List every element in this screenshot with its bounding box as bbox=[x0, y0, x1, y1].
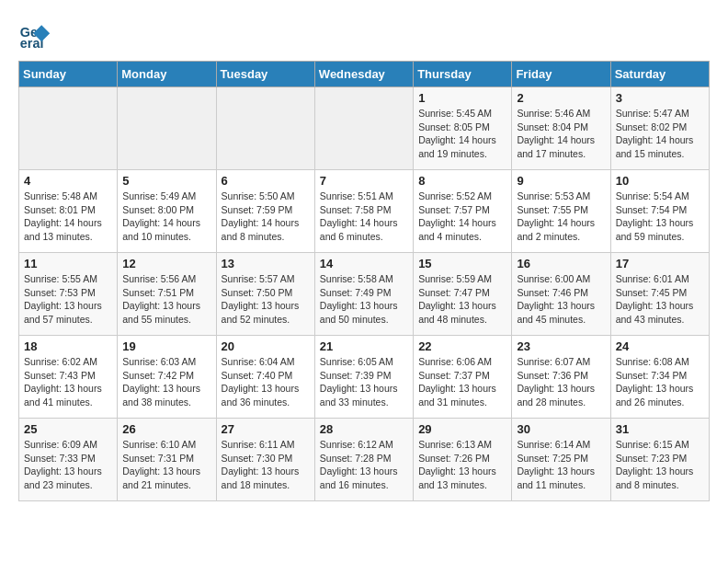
logo-icon: Gen eral bbox=[18, 18, 51, 52]
calendar-cell: 7Sunrise: 5:51 AMSunset: 7:58 PMDaylight… bbox=[314, 170, 413, 253]
day-number: 7 bbox=[320, 174, 408, 188]
day-info: Sunrise: 6:09 AMSunset: 7:33 PMDaylight:… bbox=[24, 438, 112, 492]
calendar-cell: 11Sunrise: 5:55 AMSunset: 7:53 PMDayligh… bbox=[19, 253, 118, 336]
day-number: 13 bbox=[222, 257, 310, 270]
calendar-cell: 19Sunrise: 6:03 AMSunset: 7:42 PMDayligh… bbox=[118, 336, 216, 419]
calendar-cell: 3Sunrise: 5:47 AMSunset: 8:02 PMDaylight… bbox=[610, 87, 709, 170]
calendar-cell bbox=[314, 87, 413, 170]
calendar-cell: 29Sunrise: 6:13 AMSunset: 7:26 PMDayligh… bbox=[414, 419, 512, 501]
calendar-cell: 14Sunrise: 5:58 AMSunset: 7:49 PMDayligh… bbox=[314, 253, 413, 336]
day-info: Sunrise: 6:04 AMSunset: 7:40 PMDaylight:… bbox=[222, 355, 310, 409]
day-number: 28 bbox=[320, 422, 408, 436]
day-number: 12 bbox=[122, 257, 210, 270]
day-info: Sunrise: 6:13 AMSunset: 7:26 PMDaylight:… bbox=[418, 438, 506, 492]
day-info: Sunrise: 5:55 AMSunset: 7:53 PMDaylight:… bbox=[24, 272, 112, 327]
day-number: 31 bbox=[616, 422, 704, 436]
day-info: Sunrise: 5:58 AMSunset: 7:49 PMDaylight:… bbox=[320, 272, 408, 327]
day-info: Sunrise: 5:46 AMSunset: 8:04 PMDaylight:… bbox=[517, 107, 605, 161]
day-info: Sunrise: 6:11 AMSunset: 7:30 PMDaylight:… bbox=[222, 438, 310, 492]
day-info: Sunrise: 6:07 AMSunset: 7:36 PMDaylight:… bbox=[517, 355, 605, 409]
calendar-cell: 10Sunrise: 5:54 AMSunset: 7:54 PMDayligh… bbox=[610, 170, 709, 253]
calendar-cell: 25Sunrise: 6:09 AMSunset: 7:33 PMDayligh… bbox=[19, 419, 118, 501]
calendar-cell: 20Sunrise: 6:04 AMSunset: 7:40 PMDayligh… bbox=[216, 336, 314, 419]
calendar-cell: 6Sunrise: 5:50 AMSunset: 7:59 PMDaylight… bbox=[216, 170, 314, 253]
day-number: 10 bbox=[616, 174, 704, 188]
day-info: Sunrise: 5:49 AMSunset: 8:00 PMDaylight:… bbox=[122, 190, 210, 244]
day-info: Sunrise: 5:51 AMSunset: 7:58 PMDaylight:… bbox=[320, 190, 408, 244]
calendar-cell: 16Sunrise: 6:00 AMSunset: 7:46 PMDayligh… bbox=[512, 253, 610, 336]
day-info: Sunrise: 6:15 AMSunset: 7:23 PMDaylight:… bbox=[616, 438, 704, 492]
day-number: 14 bbox=[320, 257, 408, 270]
day-number: 9 bbox=[517, 174, 605, 188]
day-header-monday: Monday bbox=[118, 62, 216, 87]
calendar-cell: 24Sunrise: 6:08 AMSunset: 7:34 PMDayligh… bbox=[610, 336, 709, 419]
day-number: 6 bbox=[222, 174, 310, 188]
day-info: Sunrise: 5:56 AMSunset: 7:51 PMDaylight:… bbox=[122, 272, 210, 327]
day-header-wednesday: Wednesday bbox=[314, 62, 413, 87]
day-number: 19 bbox=[122, 339, 210, 353]
day-number: 8 bbox=[418, 174, 506, 188]
day-info: Sunrise: 6:12 AMSunset: 7:28 PMDaylight:… bbox=[320, 438, 408, 492]
day-header-tuesday: Tuesday bbox=[216, 62, 314, 87]
calendar-table: SundayMondayTuesdayWednesdayThursdayFrid… bbox=[18, 61, 710, 501]
calendar-cell bbox=[118, 87, 216, 170]
day-number: 21 bbox=[320, 339, 408, 353]
day-info: Sunrise: 6:06 AMSunset: 7:37 PMDaylight:… bbox=[418, 355, 506, 409]
week-row-3: 11Sunrise: 5:55 AMSunset: 7:53 PMDayligh… bbox=[19, 253, 710, 336]
day-info: Sunrise: 5:54 AMSunset: 7:54 PMDaylight:… bbox=[616, 190, 704, 244]
day-number: 20 bbox=[222, 339, 310, 353]
day-header-thursday: Thursday bbox=[414, 62, 512, 87]
day-header-saturday: Saturday bbox=[610, 62, 709, 87]
calendar-cell: 30Sunrise: 6:14 AMSunset: 7:25 PMDayligh… bbox=[512, 419, 610, 501]
calendar-header-row: SundayMondayTuesdayWednesdayThursdayFrid… bbox=[19, 62, 710, 87]
day-number: 11 bbox=[24, 257, 112, 270]
logo: Gen eral bbox=[18, 18, 55, 52]
day-info: Sunrise: 6:14 AMSunset: 7:25 PMDaylight:… bbox=[517, 438, 605, 492]
calendar-cell: 18Sunrise: 6:02 AMSunset: 7:43 PMDayligh… bbox=[19, 336, 118, 419]
day-number: 2 bbox=[517, 91, 605, 105]
calendar-cell: 1Sunrise: 5:45 AMSunset: 8:05 PMDaylight… bbox=[414, 87, 512, 170]
day-number: 23 bbox=[517, 339, 605, 353]
calendar-cell: 5Sunrise: 5:49 AMSunset: 8:00 PMDaylight… bbox=[118, 170, 216, 253]
day-number: 22 bbox=[418, 339, 506, 353]
day-number: 1 bbox=[418, 91, 506, 105]
day-info: Sunrise: 5:50 AMSunset: 7:59 PMDaylight:… bbox=[222, 190, 310, 244]
day-info: Sunrise: 6:08 AMSunset: 7:34 PMDaylight:… bbox=[616, 355, 704, 409]
day-number: 17 bbox=[616, 257, 704, 270]
day-header-sunday: Sunday bbox=[19, 62, 118, 87]
day-info: Sunrise: 5:52 AMSunset: 7:57 PMDaylight:… bbox=[418, 190, 506, 244]
calendar-cell bbox=[216, 87, 314, 170]
calendar-cell: 26Sunrise: 6:10 AMSunset: 7:31 PMDayligh… bbox=[118, 419, 216, 501]
calendar-cell: 22Sunrise: 6:06 AMSunset: 7:37 PMDayligh… bbox=[414, 336, 512, 419]
day-number: 16 bbox=[517, 257, 605, 270]
day-number: 4 bbox=[24, 174, 112, 188]
week-row-1: 1Sunrise: 5:45 AMSunset: 8:05 PMDaylight… bbox=[19, 87, 710, 170]
calendar-cell: 23Sunrise: 6:07 AMSunset: 7:36 PMDayligh… bbox=[512, 336, 610, 419]
day-number: 15 bbox=[418, 257, 506, 270]
calendar-cell: 28Sunrise: 6:12 AMSunset: 7:28 PMDayligh… bbox=[314, 419, 413, 501]
week-row-4: 18Sunrise: 6:02 AMSunset: 7:43 PMDayligh… bbox=[19, 336, 710, 419]
day-info: Sunrise: 5:48 AMSunset: 8:01 PMDaylight:… bbox=[24, 190, 112, 244]
day-info: Sunrise: 5:59 AMSunset: 7:47 PMDaylight:… bbox=[418, 272, 506, 327]
calendar-cell bbox=[19, 87, 118, 170]
day-number: 24 bbox=[616, 339, 704, 353]
day-number: 27 bbox=[222, 422, 310, 436]
calendar-cell: 4Sunrise: 5:48 AMSunset: 8:01 PMDaylight… bbox=[19, 170, 118, 253]
day-info: Sunrise: 5:53 AMSunset: 7:55 PMDaylight:… bbox=[517, 190, 605, 244]
day-number: 18 bbox=[24, 339, 112, 353]
calendar-cell: 31Sunrise: 6:15 AMSunset: 7:23 PMDayligh… bbox=[610, 419, 709, 501]
day-number: 3 bbox=[616, 91, 704, 105]
day-header-friday: Friday bbox=[512, 62, 610, 87]
calendar-cell: 2Sunrise: 5:46 AMSunset: 8:04 PMDaylight… bbox=[512, 87, 610, 170]
day-info: Sunrise: 5:57 AMSunset: 7:50 PMDaylight:… bbox=[222, 272, 310, 327]
day-info: Sunrise: 6:05 AMSunset: 7:39 PMDaylight:… bbox=[320, 355, 408, 409]
week-row-5: 25Sunrise: 6:09 AMSunset: 7:33 PMDayligh… bbox=[19, 419, 710, 501]
day-info: Sunrise: 6:03 AMSunset: 7:42 PMDaylight:… bbox=[122, 355, 210, 409]
day-info: Sunrise: 5:45 AMSunset: 8:05 PMDaylight:… bbox=[418, 107, 506, 161]
calendar-cell: 13Sunrise: 5:57 AMSunset: 7:50 PMDayligh… bbox=[216, 253, 314, 336]
day-number: 25 bbox=[24, 422, 112, 436]
calendar-cell: 8Sunrise: 5:52 AMSunset: 7:57 PMDaylight… bbox=[414, 170, 512, 253]
day-info: Sunrise: 6:00 AMSunset: 7:46 PMDaylight:… bbox=[517, 272, 605, 327]
day-info: Sunrise: 6:02 AMSunset: 7:43 PMDaylight:… bbox=[24, 355, 112, 409]
calendar-cell: 9Sunrise: 5:53 AMSunset: 7:55 PMDaylight… bbox=[512, 170, 610, 253]
